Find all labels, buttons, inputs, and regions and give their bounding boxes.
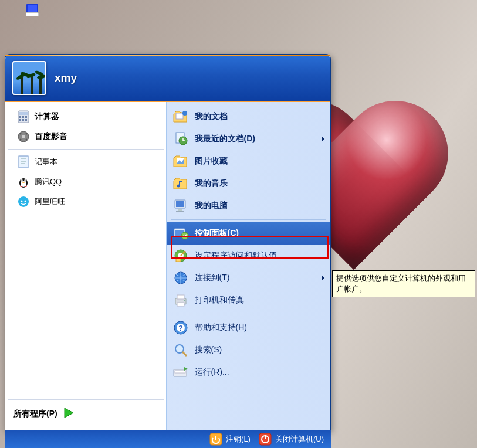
folder-docs-icon xyxy=(172,108,189,125)
menu-label: 连接到(T) xyxy=(195,273,230,283)
start-menu: xmy 计算器 百度影音 记事本 腾讯Q xyxy=(5,54,331,430)
calculator-icon xyxy=(17,110,30,123)
svg-rect-9 xyxy=(22,119,24,121)
recent-item-wangwang[interactable]: 阿里旺旺 xyxy=(8,192,164,212)
recent-item-label: 腾讯QQ xyxy=(35,177,62,187)
wangwang-icon xyxy=(17,195,30,208)
tooltip-text: 提供选项供您自定义计算机的外观和用户帐户。 xyxy=(336,274,466,293)
svg-rect-48 xyxy=(176,259,181,262)
start-menu-footer: 注销(L) 关闭计算机(U) xyxy=(5,430,331,448)
svg-point-25 xyxy=(22,180,23,181)
all-programs-label: 所有程序(P) xyxy=(13,409,57,419)
menu-label: 我的文档 xyxy=(195,111,228,122)
svg-rect-4 xyxy=(19,112,28,115)
svg-point-15 xyxy=(20,139,22,141)
svg-rect-8 xyxy=(19,119,21,121)
svg-rect-7 xyxy=(25,116,27,118)
svg-point-30 xyxy=(25,201,26,202)
search[interactable]: 搜索(S) xyxy=(167,339,330,361)
run[interactable]: 运行(R)... xyxy=(167,361,330,383)
menu-label: 我的音乐 xyxy=(195,178,228,189)
control-panel[interactable]: 控制面板(C) xyxy=(167,222,330,245)
menu-separator xyxy=(171,219,326,220)
svg-rect-17 xyxy=(19,156,28,168)
pinned-item-label: 计算器 xyxy=(35,111,59,122)
svg-rect-6 xyxy=(22,116,24,118)
help-icon: ? xyxy=(172,320,189,336)
menu-label: 控制面板(C) xyxy=(195,228,239,239)
menu-label: 设定程序访问和默认值 xyxy=(195,250,277,261)
my-computer[interactable]: 我的电脑 xyxy=(167,195,330,217)
svg-point-13 xyxy=(20,133,22,135)
svg-rect-1 xyxy=(28,5,37,12)
svg-point-33 xyxy=(182,111,187,116)
recent-list: 记事本 腾讯QQ 阿里旺旺 xyxy=(8,152,164,212)
folder-pictures-icon xyxy=(172,153,189,169)
start-menu-body: 计算器 百度影音 记事本 腾讯QQ 阿里旺旺 xyxy=(5,101,330,430)
start-menu-right-panel: 我的文档 我最近的文档(D) 图片收藏 我的音乐 我的电脑 xyxy=(166,102,330,430)
submenu-arrow-icon xyxy=(322,275,324,281)
svg-point-29 xyxy=(21,201,23,202)
svg-point-28 xyxy=(18,196,29,207)
control-panel-icon xyxy=(172,225,189,242)
menu-label: 搜索(S) xyxy=(195,345,222,355)
shutdown-button[interactable]: 关闭计算机(U) xyxy=(259,433,324,446)
svg-point-16 xyxy=(26,139,28,141)
svg-rect-60 xyxy=(175,371,185,373)
printers-faxes[interactable]: 打印机和传真 xyxy=(167,289,330,311)
menu-separator xyxy=(171,314,326,314)
svg-rect-32 xyxy=(176,113,183,119)
recent-documents[interactable]: 我最近的文档(D) xyxy=(167,128,330,150)
user-avatar[interactable] xyxy=(12,61,46,95)
submenu-arrow-icon xyxy=(322,136,324,142)
pinned-item-baidu-media[interactable]: 百度影音 xyxy=(8,127,164,147)
svg-point-57 xyxy=(175,345,184,353)
recent-item-notepad[interactable]: 记事本 xyxy=(8,152,164,172)
help-support[interactable]: ? 帮助和支持(H) xyxy=(167,317,330,339)
svg-point-26 xyxy=(25,180,26,181)
logoff-button[interactable]: 注销(L) xyxy=(209,433,251,446)
svg-point-27 xyxy=(22,182,25,183)
svg-rect-52 xyxy=(177,303,184,306)
shutdown-label: 关闭计算机(U) xyxy=(275,434,324,444)
notepad-icon xyxy=(17,155,30,168)
play-triangle-icon xyxy=(62,406,75,421)
my-documents[interactable]: 我的文档 xyxy=(167,106,330,128)
tooltip: 提供选项供您自定义计算机的外观和用户帐户。 xyxy=(332,270,475,297)
svg-rect-41 xyxy=(178,209,182,211)
my-music[interactable]: 我的音乐 xyxy=(167,172,330,195)
program-access-defaults[interactable]: 设定程序访问和默认值 xyxy=(167,245,330,267)
desktop-shortcut-icon[interactable] xyxy=(26,4,39,16)
pinned-item-label: 百度影音 xyxy=(35,131,67,142)
svg-rect-40 xyxy=(176,201,184,207)
svg-rect-51 xyxy=(177,295,184,299)
svg-marker-31 xyxy=(65,408,73,418)
svg-point-53 xyxy=(184,300,185,301)
svg-rect-5 xyxy=(19,116,21,118)
menu-label: 我的电脑 xyxy=(195,201,228,211)
recent-item-qq[interactable]: 腾讯QQ xyxy=(8,172,164,192)
computer-icon xyxy=(172,198,189,214)
svg-point-38 xyxy=(177,185,180,188)
recent-docs-icon xyxy=(172,131,189,147)
menu-label: 我最近的文档(D) xyxy=(195,134,255,144)
search-icon xyxy=(172,342,189,358)
my-pictures[interactable]: 图片收藏 xyxy=(167,150,330,172)
connect-to[interactable]: 连接到(T) xyxy=(167,267,330,289)
recent-item-label: 记事本 xyxy=(35,157,57,167)
logoff-icon xyxy=(209,433,222,446)
menu-label: 帮助和支持(H) xyxy=(195,323,247,333)
svg-point-14 xyxy=(26,133,28,135)
program-access-icon xyxy=(172,247,189,264)
menu-label: 图片收藏 xyxy=(195,156,228,167)
start-menu-left-panel: 计算器 百度影音 记事本 腾讯QQ 阿里旺旺 xyxy=(5,102,166,430)
pinned-item-calculator[interactable]: 计算器 xyxy=(8,107,164,127)
svg-text:?: ? xyxy=(178,324,183,332)
recent-item-label: 阿里旺旺 xyxy=(35,196,65,207)
all-programs[interactable]: 所有程序(P) xyxy=(8,399,164,427)
svg-rect-10 xyxy=(25,119,27,121)
menu-label: 打印机和传真 xyxy=(195,295,244,306)
network-icon xyxy=(172,270,189,286)
svg-rect-42 xyxy=(176,211,184,212)
folder-music-icon xyxy=(172,175,189,192)
